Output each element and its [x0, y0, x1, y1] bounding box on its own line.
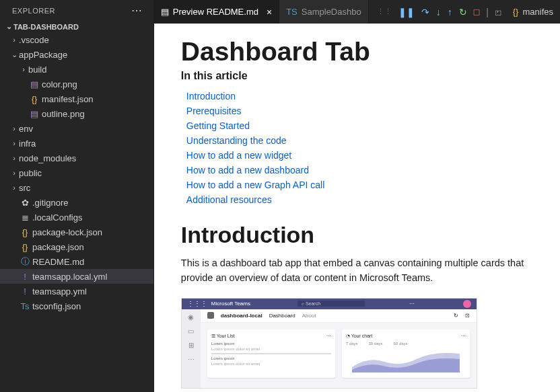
tab-bar: ▤ Preview README.md × TS SampleDashbo ⋮⋮…: [154, 0, 560, 24]
img-icon: ▤: [28, 79, 40, 89]
file-label: outline.png: [42, 109, 85, 119]
file-teamsapp.yml[interactable]: !teamsapp.yml: [0, 284, 153, 299]
file-teamsapp.local.yml[interactable]: !teamsapp.local.yml: [0, 269, 153, 284]
json-icon: {}: [513, 7, 519, 17]
toc-link[interactable]: Prerequisites: [181, 104, 533, 118]
divider: |: [486, 7, 489, 17]
folder-env[interactable]: ›env: [0, 121, 153, 136]
file-label: manifest.json: [42, 94, 94, 104]
toc-link[interactable]: How to add a new dashboard: [181, 163, 533, 178]
step-over-icon[interactable]: ↷: [421, 7, 429, 17]
tab-sampledashboard[interactable]: TS SampleDashbo: [279, 0, 369, 24]
folder-node_modules[interactable]: ›node_modules: [0, 151, 153, 165]
file-label: teamsapp.local.yml: [32, 272, 107, 282]
info-icon: ⓘ: [19, 256, 31, 268]
explorer-more-icon[interactable]: ⋯: [129, 4, 145, 17]
folder-infra[interactable]: ›infra: [0, 136, 153, 151]
folder-.vscode[interactable]: ›.vscode: [0, 32, 153, 47]
close-icon[interactable]: ×: [267, 7, 272, 17]
restart-icon[interactable]: ↻: [459, 7, 467, 17]
tab-label: Preview README.md: [173, 7, 258, 17]
chevron-right-icon: ›: [9, 139, 19, 147]
explorer-sidebar: EXPLORER ⋯ ⌄ TAB-DASHBOARD ›.vscode⌄appP…: [0, 0, 154, 392]
toc-link[interactable]: How to add a new widget: [181, 148, 533, 163]
file-label: package-lock.json: [32, 227, 102, 237]
file-tsconfig.json[interactable]: Tstsconfig.json: [0, 299, 153, 313]
drag-handle-icon[interactable]: ⋮⋮: [377, 7, 392, 16]
yaml-icon: !: [19, 286, 31, 297]
file-label: tsconfig.json: [32, 301, 81, 311]
debug-toolbar: ⋮⋮ ❚❚ ↷ ↓ ↑ ↻ □ | ⏍: [372, 7, 506, 17]
folder-build[interactable]: ›build: [0, 62, 153, 77]
json-icon: {}: [28, 94, 40, 104]
overflow-tab[interactable]: {} manifes: [506, 7, 560, 17]
markdown-preview[interactable]: Dashboard Tab In this article Introducti…: [154, 24, 560, 392]
folder-label: public: [19, 168, 42, 178]
tab-label: SampleDashbo: [302, 7, 361, 17]
folder-label: infra: [19, 139, 36, 149]
chevron-right-icon: ›: [9, 169, 19, 177]
pause-icon[interactable]: ❚❚: [398, 7, 415, 17]
file-package.json[interactable]: {}package.json: [0, 239, 153, 254]
disconnect-icon[interactable]: ⏍: [495, 7, 501, 17]
page-title: Dashboard Tab: [181, 37, 533, 67]
folder-label: src: [19, 183, 30, 193]
chevron-down-icon: ⌄: [9, 50, 19, 59]
area-chart: [346, 346, 466, 373]
stop-icon[interactable]: □: [474, 7, 479, 17]
folder-label: build: [28, 65, 46, 75]
list-card: ☰ Your List⋯ Lorem ipsum Lorem ipsum dol…: [207, 329, 335, 378]
file-manifest.json[interactable]: {}manifest.json: [0, 91, 153, 106]
file-label: package.json: [32, 242, 84, 252]
intro-paragraph: This is a dashboard tab app that embed a…: [181, 256, 533, 286]
toc-link[interactable]: Introduction: [181, 89, 533, 104]
teams-titlebar: ⋮⋮⋮ Microsoft Teams ⌕ Search ⋯: [182, 299, 477, 309]
folder-label: appPackage: [19, 50, 67, 60]
expand-icon: ⊡: [465, 313, 470, 319]
waffle-icon: ⋮⋮⋮: [187, 300, 207, 307]
explorer-header: EXPLORER ⋯: [0, 0, 153, 21]
folder-label: env: [19, 124, 33, 134]
file-color.png[interactable]: ▤color.png: [0, 77, 153, 91]
gear-icon: ✿: [19, 198, 31, 208]
folder-src[interactable]: ›src: [0, 180, 153, 195]
toc-link[interactable]: Additional resources: [181, 192, 533, 207]
tab-label: manifes: [522, 7, 553, 17]
json-icon: {}: [19, 227, 31, 237]
project-header[interactable]: ⌄ TAB-DASHBOARD: [0, 21, 153, 32]
file-.localConfigs[interactable]: ≣.localConfigs: [0, 210, 153, 225]
file-outline.png[interactable]: ▤outline.png: [0, 106, 153, 121]
toc-heading: In this article: [181, 70, 533, 82]
yaml-icon: !: [19, 272, 31, 282]
step-into-icon[interactable]: ↓: [436, 7, 441, 17]
folder-label: node_modules: [19, 153, 76, 163]
folder-appPackage[interactable]: ⌄appPackage: [0, 47, 153, 62]
file-label: color.png: [42, 79, 77, 89]
img-icon: ▤: [28, 109, 40, 119]
teams-search: ⌕ Search: [298, 301, 365, 307]
folder-label: .vscode: [19, 35, 49, 45]
toc-link[interactable]: Getting Started: [181, 118, 533, 133]
app-icon: [207, 312, 214, 319]
file-package-lock.json[interactable]: {}package-lock.json: [0, 225, 153, 239]
lines-icon: ≣: [19, 212, 31, 223]
toc-link[interactable]: Understanding the code: [181, 133, 533, 148]
file-label: .gitignore: [32, 198, 68, 208]
editor-area: ▤ Preview README.md × TS SampleDashbo ⋮⋮…: [154, 0, 560, 392]
folder-public[interactable]: ›public: [0, 165, 153, 180]
file-label: .localConfigs: [32, 212, 82, 223]
file-README.md[interactable]: ⓘREADME.md: [0, 254, 153, 269]
step-out-icon[interactable]: ↑: [448, 7, 452, 17]
chevron-right-icon: ›: [9, 184, 19, 192]
file-.gitignore[interactable]: ✿.gitignore: [0, 195, 153, 210]
chat-icon: ◉: [188, 313, 194, 321]
preview-icon: ▤: [161, 7, 169, 17]
section-heading: Introduction: [181, 222, 533, 248]
tab-preview-readme[interactable]: ▤ Preview README.md ×: [154, 0, 279, 24]
more-apps-icon: ⋯: [188, 356, 195, 363]
explorer-title: EXPLORER: [12, 7, 55, 15]
chevron-right-icon: ›: [19, 65, 28, 73]
more-icon: ⋯: [409, 301, 415, 307]
teams-screenshot: ⋮⋮⋮ Microsoft Teams ⌕ Search ⋯ ◉ ▭ ⊞ ⋯ d…: [181, 298, 477, 389]
toc-link[interactable]: How to add a new Graph API call: [181, 178, 533, 192]
